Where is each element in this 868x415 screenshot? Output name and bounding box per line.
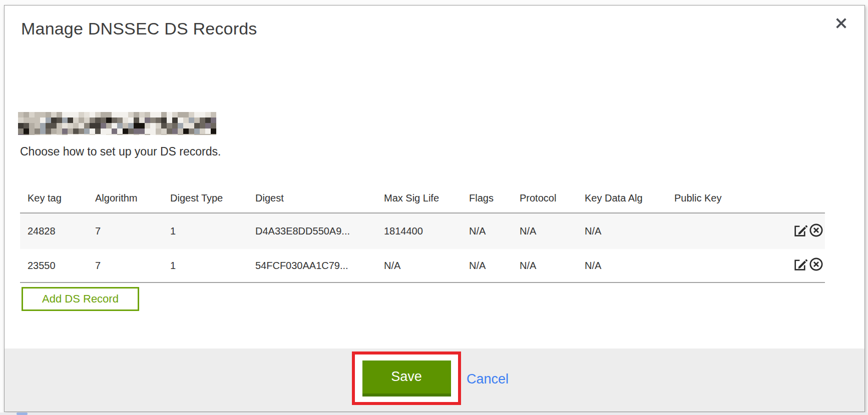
edit-record-button[interactable] [792,222,808,238]
column-header-flags: Flags [462,185,512,213]
cell-max-sig-life: N/A [376,249,462,282]
edit-icon [792,222,808,238]
column-header-protocol: Protocol [512,185,577,213]
annotation-highlight: Save [352,352,461,405]
add-ds-record-button[interactable]: Add DS Record [22,287,139,311]
page-title: Manage DNSSEC DS Records [21,19,257,38]
column-header-key-data-alg: Key Data Alg [577,185,667,213]
column-header-digest: Digest [248,185,376,213]
dnssec-dialog: Manage DNSSEC DS Records Choose how to s… [4,5,865,412]
cell-key-tag: 23550 [20,249,88,282]
cell-protocol: N/A [512,213,577,249]
delete-icon [808,256,824,272]
cell-key-tag: 24828 [20,213,88,249]
cell-flags: N/A [462,213,512,249]
column-header-digest-type: Digest Type [163,185,248,213]
save-button[interactable]: Save [362,360,451,396]
delete-record-button[interactable] [808,222,824,238]
cell-key-data-alg: N/A [577,249,667,282]
cell-public-key [667,213,737,249]
cell-algorithm: 7 [88,213,163,249]
column-header-public-key: Public Key [667,185,737,213]
redacted-domain-name [18,112,218,135]
cell-algorithm: 7 [88,249,163,282]
table-row: 24828 7 1 D4A33E8DD550A9... 1814400 N/A … [20,213,825,249]
cell-digest-type: 1 [163,249,248,282]
column-header-max-sig-life: Max Sig Life [376,185,462,213]
cell-public-key [667,249,737,282]
delete-record-button[interactable] [808,256,824,272]
edit-icon [792,256,808,272]
dialog-footer: Save Cancel [5,348,864,412]
cell-digest-type: 1 [163,213,248,249]
background-page-fragment [17,412,28,415]
column-header-actions [737,185,825,213]
close-icon [834,16,848,30]
edit-record-button[interactable] [792,256,808,272]
cell-max-sig-life: 1814400 [376,213,462,249]
ds-records-table: Key tag Algorithm Digest Type Digest Max… [20,185,825,283]
table-header-row: Key tag Algorithm Digest Type Digest Max… [20,185,825,213]
delete-icon [808,222,824,238]
cell-digest: 54FCF030AA1C79... [248,249,376,282]
column-header-key-tag: Key tag [20,185,88,213]
background-page-strip [0,412,868,415]
cell-protocol: N/A [512,249,577,282]
column-header-algorithm: Algorithm [88,185,163,213]
cancel-link[interactable]: Cancel [467,372,509,387]
close-button[interactable] [832,14,849,32]
cell-key-data-alg: N/A [577,213,667,249]
cell-flags: N/A [462,249,512,282]
instruction-text: Choose how to set up your DS records. [20,145,221,158]
cell-digest: D4A33E8DD550A9... [248,213,376,249]
table-row: 23550 7 1 54FCF030AA1C79... N/A N/A N/A … [20,249,825,282]
